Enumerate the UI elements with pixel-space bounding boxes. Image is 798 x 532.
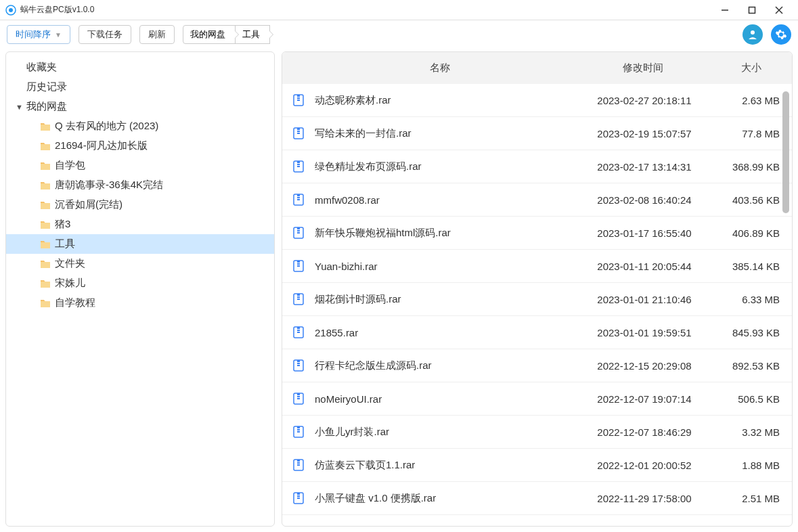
archive-file-icon	[292, 93, 305, 107]
svg-rect-57	[297, 495, 300, 497]
maximize-button[interactable]	[745, 3, 759, 17]
sidebar-folder-item[interactable]: 文件夹	[6, 254, 274, 273]
cell-size: 3.32 MB	[712, 426, 786, 438]
cell-size: 406.89 KB	[712, 227, 786, 239]
caret-down-icon: ▼	[16, 103, 22, 111]
cell-size: 1.88 MB	[712, 460, 786, 471]
sidebar-folder-item[interactable]: 自学教程	[6, 293, 274, 313]
sidebar-folder-item[interactable]: 自学包	[6, 156, 274, 175]
folder-icon	[40, 200, 51, 210]
svg-rect-24	[297, 227, 300, 229]
svg-rect-8	[297, 95, 300, 97]
gear-icon	[775, 28, 787, 41]
cell-name: 小鱼儿yr封装.rar	[315, 426, 577, 439]
column-header-name[interactable]: 名称	[282, 52, 575, 84]
svg-rect-29	[297, 263, 300, 265]
folder-label: Q 去有风的地方 (2023)	[55, 120, 158, 133]
cell-date: 2022-12-07 19:07:14	[577, 393, 712, 405]
svg-rect-21	[297, 197, 300, 198]
svg-rect-33	[297, 296, 300, 298]
sidebar: 收藏夹 历史记录 ▼我的网盘 Q 去有风的地方 (2023)21694-阿凡达加…	[5, 51, 275, 527]
cell-name: 新年快乐鞭炮祝福html源码.rar	[315, 227, 577, 240]
sidebar-folder-item[interactable]: 工具	[6, 234, 274, 254]
sidebar-folder-item[interactable]: 21694-阿凡达加长版	[6, 136, 274, 156]
svg-rect-54	[297, 464, 300, 466]
svg-rect-37	[297, 330, 300, 331]
table-row[interactable]: noMeiryoUI.rar2022-12-07 19:07:14506.5 K…	[282, 382, 792, 416]
download-tasks-button[interactable]: 下载任务	[79, 25, 131, 44]
avatar-button[interactable]	[742, 24, 763, 45]
sidebar-item-favorites[interactable]: 收藏夹	[6, 58, 274, 77]
svg-rect-38	[297, 332, 300, 333]
settings-button[interactable]	[771, 24, 791, 45]
breadcrumb-segment-root[interactable]: 我的网盘	[183, 25, 236, 44]
cell-size: 845.93 KB	[712, 327, 786, 338]
cell-size: 385.14 KB	[712, 261, 786, 272]
table-row[interactable]: 小黑子键盘 v1.0 便携版.rar2022-11-29 17:58:002.5…	[282, 482, 792, 515]
sidebar-item-history[interactable]: 历史记录	[6, 77, 274, 97]
svg-rect-28	[297, 261, 300, 263]
titlebar: 蜗牛云盘PC版v1.0.0	[0, 0, 798, 20]
svg-rect-34	[297, 298, 300, 300]
archive-file-icon	[292, 292, 305, 306]
svg-rect-53	[297, 462, 300, 464]
cell-date: 2022-12-01 20:00:52	[577, 460, 712, 471]
window-controls	[718, 3, 793, 17]
archive-file-icon	[292, 359, 305, 372]
cell-date: 2022-11-29 17:58:00	[577, 493, 712, 504]
table-row[interactable]: 动态昵称素材.rar2023-02-27 20:18:112.63 MB	[282, 84, 792, 117]
cell-size: 77.8 MB	[712, 128, 786, 139]
folder-label: 工具	[55, 238, 75, 250]
cell-size: 506.5 KB	[712, 393, 786, 405]
svg-rect-18	[297, 166, 300, 167]
table-row[interactable]: 写给未来的一封信.rar2023-02-19 15:07:5777.8 MB	[282, 117, 792, 150]
column-header-size[interactable]: 大小	[711, 52, 792, 84]
breadcrumb-segment-current[interactable]: 工具	[235, 25, 270, 44]
table-row[interactable]: Yuan-bizhi.rar2023-01-11 20:05:44385.14 …	[282, 250, 792, 283]
svg-rect-3	[749, 7, 755, 13]
folder-label: 唐朝诡事录-36集4K完结	[55, 179, 163, 192]
table-row[interactable]: 绿色精址发布页源码.rar2023-02-17 13:14:31368.99 K…	[282, 150, 792, 183]
sidebar-folder-item[interactable]: Q 去有风的地方 (2023)	[6, 116, 274, 136]
sidebar-folder-item[interactable]: 唐朝诡事录-36集4K完结	[6, 175, 274, 195]
svg-rect-12	[297, 128, 300, 130]
folder-icon	[40, 240, 51, 249]
folder-label: 猪3	[55, 218, 70, 231]
table-row[interactable]: 行程卡纪念版生成源码.rar2022-12-15 20:29:08892.53 …	[282, 349, 792, 382]
close-button[interactable]	[772, 3, 786, 17]
cell-name: Yuan-bizhi.rar	[315, 261, 577, 272]
table-row[interactable]: 小鱼儿yr封装.rar2022-12-07 18:46:293.32 MB	[282, 416, 792, 449]
svg-rect-52	[297, 460, 300, 462]
folder-icon	[40, 122, 51, 131]
folder-icon	[40, 181, 51, 190]
cell-name: 绿色精址发布页源码.rar	[315, 160, 577, 173]
file-list-panel: 名称 修改时间 大小 动态昵称素材.rar2023-02-27 20:18:11…	[282, 51, 793, 527]
table-row[interactable]: 新年快乐鞭炮祝福html源码.rar2023-01-17 16:55:40406…	[282, 217, 792, 250]
svg-rect-49	[297, 429, 300, 430]
svg-rect-44	[297, 393, 300, 395]
column-header-date[interactable]: 修改时间	[575, 52, 711, 84]
chevron-down-icon: ▼	[55, 31, 62, 39]
cell-name: 小黑子键盘 v1.0 便携版.rar	[315, 492, 577, 505]
folder-label: 21694-阿凡达加长版	[55, 139, 148, 152]
table-row[interactable]: 烟花倒计时源码.rar2023-01-01 21:10:466.33 MB	[282, 283, 792, 316]
table-row[interactable]: 仿蓝奏云下载页1.1.rar2022-12-01 20:00:521.88 MB	[282, 449, 792, 482]
cell-name: 写给未来的一封信.rar	[315, 127, 577, 140]
folder-icon	[40, 279, 51, 288]
sidebar-item-mydrive[interactable]: ▼我的网盘	[6, 97, 274, 116]
archive-file-icon	[292, 458, 305, 472]
minimize-button[interactable]	[718, 3, 732, 17]
table-row[interactable]: 21855.rar2023-01-01 19:59:51845.93 KB	[282, 316, 792, 349]
cell-date: 2023-02-19 15:07:57	[577, 128, 712, 139]
sort-dropdown[interactable]: 时间降序 ▼	[7, 25, 70, 44]
sidebar-folder-item[interactable]: 猪3	[6, 215, 274, 234]
sidebar-folder-item[interactable]: 沉香如屑(完结)	[6, 195, 274, 215]
refresh-button[interactable]: 刷新	[139, 25, 175, 44]
folder-icon	[40, 259, 51, 269]
svg-rect-46	[297, 398, 300, 399]
scrollbar-thumb[interactable]	[782, 91, 789, 213]
table-row[interactable]: mmfw0208.rar2023-02-08 16:40:24403.56 KB	[282, 183, 792, 217]
svg-rect-48	[297, 426, 300, 428]
scrollbar[interactable]	[782, 91, 789, 520]
sidebar-folder-item[interactable]: 宋姝儿	[6, 273, 274, 293]
